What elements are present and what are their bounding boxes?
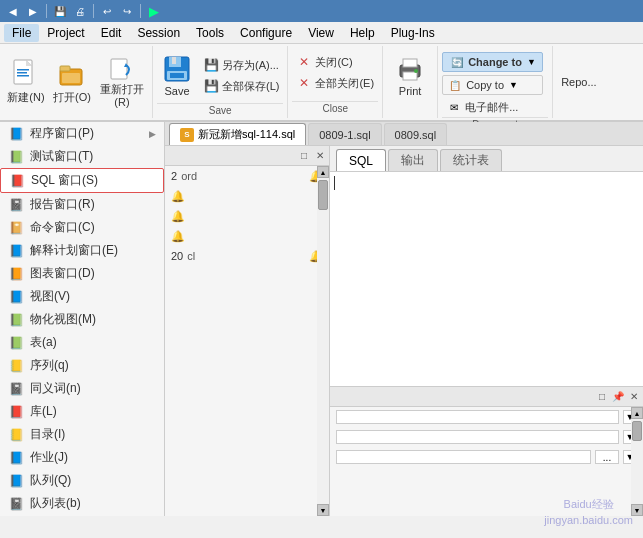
sql-editor[interactable] <box>330 172 643 386</box>
bottom-panel-pin2-btn[interactable]: 📌 <box>611 390 625 404</box>
menu-file[interactable]: File <box>4 24 39 42</box>
scroll-track[interactable] <box>317 178 329 504</box>
save-as-btn[interactable]: 💾 另存为(A)... <box>199 55 283 75</box>
left-row-3: 🔔 <box>165 206 329 226</box>
sidebar-item-view[interactable]: 📘 视图(V) <box>0 285 164 308</box>
qa-sep3 <box>140 4 141 18</box>
ribbon-new-btn[interactable]: 新建(N) <box>4 53 48 111</box>
close-btn[interactable]: ✕ 关闭(C) <box>292 52 378 72</box>
qa-run-btn[interactable]: ▶ <box>145 2 163 20</box>
save-all-icon: 💾 <box>203 78 219 94</box>
sql-tab-1[interactable]: S 新冠新增sql-114.sql <box>169 123 306 145</box>
scroll-up-btn[interactable]: ▲ <box>317 166 329 178</box>
copy-to-arrow: ▼ <box>509 80 518 90</box>
row5-col3: cl <box>187 250 195 262</box>
menu-plugins[interactable]: Plug-Ins <box>383 24 443 42</box>
bottom-scroll-thumb[interactable] <box>632 421 642 441</box>
sidebar-item-queue[interactable]: 📘 队列(Q) <box>0 469 164 492</box>
job-label: 作业(J) <box>30 449 68 466</box>
bottom-scroll-up-btn[interactable]: ▲ <box>631 407 643 419</box>
bottom-field-1[interactable] <box>336 410 619 424</box>
sidebar-item-matview[interactable]: 📗 物化视图(M) <box>0 308 164 331</box>
panel-close-btn[interactable]: ✕ <box>313 149 327 163</box>
queue-label: 队列(Q) <box>30 472 71 489</box>
sidebar-item-arrlist[interactable]: 📓 队列表(b) <box>0 492 164 515</box>
qa-save-btn[interactable]: 💾 <box>51 2 69 20</box>
bottom-row-2: ▼ <box>330 427 643 447</box>
sidebar-item-syn[interactable]: 📓 同义词(n) <box>0 377 164 400</box>
sql-tab-2[interactable]: 0809-1.sql <box>308 123 381 145</box>
view-label: 视图(V) <box>30 288 70 305</box>
bottom-scroll-track[interactable] <box>631 419 643 504</box>
qa-undo-btn[interactable]: ↩ <box>98 2 116 20</box>
sidebar-item-chart[interactable]: 📙 图表窗口(D) <box>0 262 164 285</box>
sidebar-item-dir[interactable]: 📒 目录(I) <box>0 423 164 446</box>
menu-tools[interactable]: Tools <box>188 24 232 42</box>
menu-project[interactable]: Project <box>39 24 92 42</box>
change-to-btn[interactable]: 🔄 Change to ▼ <box>442 52 543 72</box>
sql-inner-tab-stats[interactable]: 统计表 <box>440 149 502 171</box>
sql-tab-3[interactable]: 0809.sql <box>384 123 448 145</box>
new-label: 新建(N) <box>7 91 44 104</box>
bottom-panel-close-btn[interactable]: ✕ <box>627 390 641 404</box>
menu-view[interactable]: View <box>300 24 342 42</box>
ribbon-print-btn[interactable]: Print <box>388 48 432 103</box>
bottom-row-1: ▼ <box>330 407 643 427</box>
save-as-label: 另存为(A)... <box>222 58 279 73</box>
sidebar-item-lib[interactable]: 📕 库(L) <box>0 400 164 423</box>
sidebar-item-cmd[interactable]: 📔 命令窗口(C) <box>0 216 164 239</box>
report-label: 报告窗口(R) <box>30 196 95 213</box>
panel-pin-btn[interactable]: □ <box>297 149 311 163</box>
row5-col1: 20 <box>171 250 183 262</box>
svg-rect-18 <box>403 72 417 80</box>
seq-icon: 📒 <box>8 358 24 374</box>
ribbon-open-btn[interactable]: 打开(O) <box>50 53 94 111</box>
sidebar-item-prog[interactable]: 📘 程序窗口(P) ▶ <box>0 122 164 145</box>
menu-help[interactable]: Help <box>342 24 383 42</box>
bottom-panel-toolbar: □ 📌 ✕ <box>330 387 643 407</box>
menu-edit[interactable]: Edit <box>93 24 130 42</box>
sql-inner-tab-output[interactable]: 输出 <box>388 149 438 171</box>
qa-back-btn[interactable]: ◀ <box>4 2 22 20</box>
tab2-label: 0809-1.sql <box>319 129 370 141</box>
menu-session[interactable]: Session <box>129 24 188 42</box>
sql-inner-tab-sql[interactable]: SQL <box>336 149 386 171</box>
bottom-ellipsis-btn[interactable]: ... <box>595 450 619 464</box>
bottom-field-3[interactable] <box>336 450 591 464</box>
sidebar-item-seq[interactable]: 📒 序列(q) <box>0 354 164 377</box>
sidebar-item-test[interactable]: 📗 测试窗口(T) <box>0 145 164 168</box>
qa-redo-btn[interactable]: ↪ <box>118 2 136 20</box>
left-row-5: 20 cl 🔔 <box>165 246 329 266</box>
sidebar-item-sql[interactable]: 📕 SQL 窗口(S) <box>0 168 164 193</box>
repro-btn[interactable]: Repo... <box>557 72 600 92</box>
scroll-thumb[interactable] <box>318 180 328 210</box>
bottom-panel-pin-btn[interactable]: □ <box>595 390 609 404</box>
scroll-down-btn[interactable]: ▼ <box>317 504 329 516</box>
dir-label: 目录(I) <box>30 426 65 443</box>
save-group-label: Save <box>157 103 283 118</box>
close-label: 关闭(C) <box>315 55 352 70</box>
close-all-btn[interactable]: ✕ 全部关闭(E) <box>292 73 378 93</box>
left-panel-scrollbar[interactable]: ▲ ▼ <box>317 166 329 516</box>
sidebar-item-table[interactable]: 📗 表(a) <box>0 331 164 354</box>
sidebar-item-explain[interactable]: 📘 解释计划窗口(E) <box>0 239 164 262</box>
inner-panels: □ ✕ 2 ord 🔔 🔔 🔔 🔔 <box>165 146 643 516</box>
menu-configure[interactable]: Configure <box>232 24 300 42</box>
ribbon-group-file: 新建(N) 打开(O) 重新打开(R) <box>0 46 153 118</box>
ribbon-extra: Repo... <box>553 46 643 118</box>
qa-forward-btn[interactable]: ▶ <box>24 2 42 20</box>
syn-icon: 📓 <box>8 381 24 397</box>
sidebar-item-report[interactable]: 📓 报告窗口(R) <box>0 193 164 216</box>
qa-print-btn[interactable]: 🖨 <box>71 2 89 20</box>
row1-col1: 2 <box>171 170 177 182</box>
save-all-btn[interactable]: 💾 全部保存(L) <box>199 76 283 96</box>
copy-to-btn[interactable]: 📋 Copy to ▼ <box>442 75 543 95</box>
email-btn[interactable]: ✉ 电子邮件... <box>442 97 543 117</box>
ribbon-reopen-btn[interactable]: 重新打开(R) <box>96 53 148 111</box>
sql-inner-tabs: SQL 输出 统计表 <box>330 146 643 172</box>
ribbon-save-btn[interactable]: Save <box>157 48 197 103</box>
sidebar-item-job[interactable]: 📘 作业(J) <box>0 446 164 469</box>
svg-rect-13 <box>172 57 176 64</box>
bottom-field-2[interactable] <box>336 430 619 444</box>
editor-cursor <box>334 176 335 190</box>
